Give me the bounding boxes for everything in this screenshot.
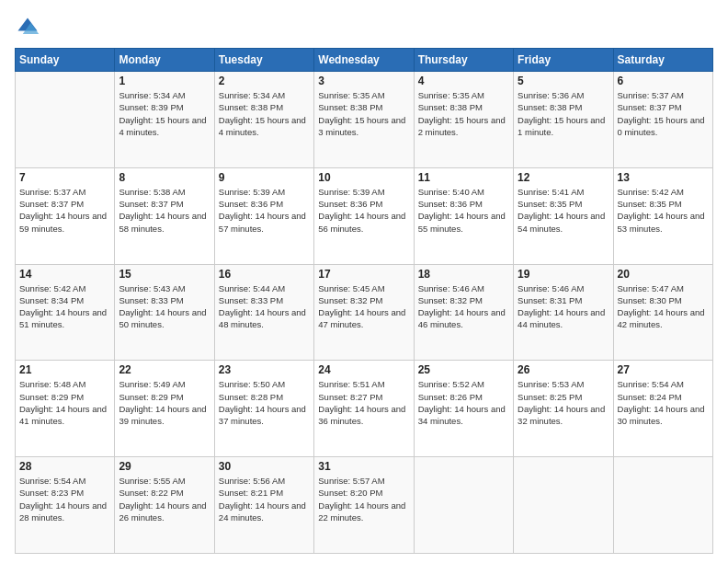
calendar-cell: 12Sunrise: 5:41 AMSunset: 8:35 PMDayligh… [514, 167, 613, 264]
sunset-text: Sunset: 8:33 PM [219, 294, 310, 306]
weekday-header-row: SundayMondayTuesdayWednesdayThursdayFrid… [16, 49, 713, 72]
calendar-cell: 1Sunrise: 5:34 AMSunset: 8:39 PMDaylight… [115, 72, 214, 168]
daylight-text: Daylight: 14 hours and 57 minutes. [219, 210, 310, 235]
calendar-cell: 17Sunrise: 5:45 AMSunset: 8:32 PMDayligh… [314, 264, 414, 361]
sunrise-text: Sunrise: 5:38 AM [119, 186, 210, 198]
day-number: 27 [618, 363, 709, 376]
day-number: 10 [318, 171, 409, 184]
calendar-cell: 15Sunrise: 5:43 AMSunset: 8:33 PMDayligh… [115, 264, 214, 361]
calendar-cell: 14Sunrise: 5:42 AMSunset: 8:34 PMDayligh… [16, 264, 115, 361]
calendar-week-row: 1Sunrise: 5:34 AMSunset: 8:39 PMDaylight… [16, 72, 713, 168]
daylight-text: Daylight: 14 hours and 58 minutes. [119, 210, 210, 235]
day-number: 6 [618, 75, 709, 87]
calendar-cell: 4Sunrise: 5:35 AMSunset: 8:38 PMDaylight… [414, 72, 513, 168]
sunrise-text: Sunrise: 5:46 AM [418, 282, 509, 294]
calendar-cell: 11Sunrise: 5:40 AMSunset: 8:36 PMDayligh… [414, 167, 513, 264]
calendar-cell [613, 457, 712, 554]
sunrise-text: Sunrise: 5:36 AM [518, 89, 609, 101]
daylight-text: Daylight: 14 hours and 30 minutes. [618, 403, 709, 428]
day-number: 5 [518, 75, 609, 87]
calendar-cell: 10Sunrise: 5:39 AMSunset: 8:36 PMDayligh… [314, 167, 414, 264]
day-number: 18 [418, 268, 509, 281]
day-number: 24 [318, 363, 409, 376]
sunrise-text: Sunrise: 5:40 AM [418, 186, 509, 198]
sunset-text: Sunset: 8:25 PM [518, 391, 609, 403]
day-number: 9 [219, 171, 310, 184]
sunrise-text: Sunrise: 5:55 AM [119, 475, 210, 487]
daylight-text: Daylight: 14 hours and 42 minutes. [618, 306, 709, 331]
weekday-header-sunday: Sunday [16, 49, 115, 72]
calendar-cell: 16Sunrise: 5:44 AMSunset: 8:33 PMDayligh… [214, 264, 313, 361]
sunrise-text: Sunrise: 5:42 AM [618, 186, 709, 198]
calendar-week-row: 21Sunrise: 5:48 AMSunset: 8:29 PMDayligh… [16, 361, 713, 457]
day-number: 14 [19, 268, 110, 281]
calendar-cell: 20Sunrise: 5:47 AMSunset: 8:30 PMDayligh… [613, 264, 712, 361]
daylight-text: Daylight: 14 hours and 50 minutes. [119, 306, 210, 331]
sunrise-text: Sunrise: 5:43 AM [119, 282, 210, 294]
calendar-cell: 30Sunrise: 5:56 AMSunset: 8:21 PMDayligh… [214, 457, 313, 554]
day-number: 11 [418, 171, 509, 184]
day-number: 20 [618, 268, 709, 281]
calendar-cell: 18Sunrise: 5:46 AMSunset: 8:32 PMDayligh… [414, 264, 513, 361]
daylight-text: Daylight: 14 hours and 56 minutes. [318, 210, 409, 235]
daylight-text: Daylight: 15 hours and 3 minutes. [318, 114, 409, 139]
calendar-cell: 28Sunrise: 5:54 AMSunset: 8:23 PMDayligh… [16, 457, 115, 554]
day-number: 26 [518, 363, 609, 376]
sunset-text: Sunset: 8:35 PM [518, 198, 609, 210]
daylight-text: Daylight: 14 hours and 55 minutes. [418, 210, 509, 235]
sunset-text: Sunset: 8:36 PM [418, 198, 509, 210]
calendar-cell: 2Sunrise: 5:34 AMSunset: 8:38 PMDaylight… [214, 72, 313, 168]
sunrise-text: Sunrise: 5:47 AM [618, 282, 709, 294]
day-number: 17 [318, 268, 409, 281]
sunrise-text: Sunrise: 5:34 AM [119, 89, 210, 101]
calendar-table: SundayMondayTuesdayWednesdayThursdayFrid… [15, 48, 713, 554]
daylight-text: Daylight: 14 hours and 28 minutes. [19, 500, 110, 524]
day-number: 2 [219, 75, 310, 87]
day-number: 19 [518, 268, 609, 281]
sunrise-text: Sunrise: 5:57 AM [318, 475, 409, 487]
sunset-text: Sunset: 8:32 PM [418, 294, 509, 306]
calendar-cell: 13Sunrise: 5:42 AMSunset: 8:35 PMDayligh… [613, 167, 712, 264]
calendar-cell: 9Sunrise: 5:39 AMSunset: 8:36 PMDaylight… [214, 167, 313, 264]
sunrise-text: Sunrise: 5:37 AM [618, 89, 709, 101]
daylight-text: Daylight: 14 hours and 37 minutes. [219, 403, 310, 428]
calendar-cell: 23Sunrise: 5:50 AMSunset: 8:28 PMDayligh… [214, 361, 313, 457]
calendar-cell: 29Sunrise: 5:55 AMSunset: 8:22 PMDayligh… [115, 457, 214, 554]
sunrise-text: Sunrise: 5:41 AM [518, 186, 609, 198]
calendar-cell: 22Sunrise: 5:49 AMSunset: 8:29 PMDayligh… [115, 361, 214, 457]
calendar-cell: 25Sunrise: 5:52 AMSunset: 8:26 PMDayligh… [414, 361, 513, 457]
sunrise-text: Sunrise: 5:51 AM [318, 378, 409, 390]
sunset-text: Sunset: 8:37 PM [19, 198, 110, 210]
sunrise-text: Sunrise: 5:54 AM [618, 378, 709, 390]
daylight-text: Daylight: 14 hours and 24 minutes. [219, 500, 310, 524]
day-number: 8 [119, 171, 210, 184]
daylight-text: Daylight: 15 hours and 0 minutes. [618, 114, 709, 139]
day-number: 1 [119, 75, 210, 87]
weekday-header-saturday: Saturday [613, 49, 712, 72]
daylight-text: Daylight: 14 hours and 39 minutes. [119, 403, 210, 428]
daylight-text: Daylight: 15 hours and 1 minute. [518, 114, 609, 139]
sunset-text: Sunset: 8:32 PM [318, 294, 409, 306]
sunrise-text: Sunrise: 5:45 AM [318, 282, 409, 294]
sunrise-text: Sunrise: 5:53 AM [518, 378, 609, 390]
sunrise-text: Sunrise: 5:44 AM [219, 282, 310, 294]
calendar-cell: 5Sunrise: 5:36 AMSunset: 8:38 PMDaylight… [514, 72, 613, 168]
sunrise-text: Sunrise: 5:42 AM [19, 282, 110, 294]
day-number: 31 [318, 460, 409, 473]
daylight-text: Daylight: 14 hours and 36 minutes. [318, 403, 409, 428]
sunset-text: Sunset: 8:31 PM [518, 294, 609, 306]
day-number: 30 [219, 460, 310, 473]
sunset-text: Sunset: 8:39 PM [119, 101, 210, 113]
calendar-cell: 6Sunrise: 5:37 AMSunset: 8:37 PMDaylight… [613, 72, 712, 168]
daylight-text: Daylight: 14 hours and 46 minutes. [418, 306, 509, 331]
sunset-text: Sunset: 8:24 PM [618, 391, 709, 403]
sunset-text: Sunset: 8:20 PM [318, 487, 409, 499]
sunset-text: Sunset: 8:36 PM [318, 198, 409, 210]
weekday-header-tuesday: Tuesday [214, 49, 313, 72]
weekday-header-friday: Friday [514, 49, 613, 72]
day-number: 7 [19, 171, 110, 184]
sunset-text: Sunset: 8:22 PM [119, 487, 210, 499]
sunset-text: Sunset: 8:38 PM [518, 101, 609, 113]
daylight-text: Daylight: 14 hours and 32 minutes. [518, 403, 609, 428]
sunrise-text: Sunrise: 5:35 AM [418, 89, 509, 101]
